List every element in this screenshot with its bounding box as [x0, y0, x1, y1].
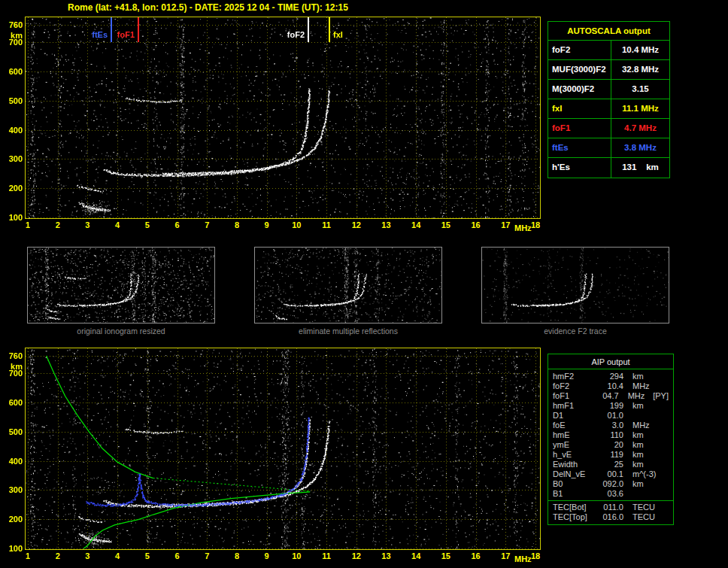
aip-param-label: hmF2: [553, 372, 596, 381]
x-tick-5: 5: [139, 551, 156, 560]
autoscala-table-header: AUTOSCALA output: [548, 22, 669, 41]
thumbnail-caption-eliminate: eliminate multiple reflections: [254, 327, 442, 336]
aip-param-value: 199: [596, 401, 623, 411]
y-tick-200: 200: [2, 184, 23, 193]
x-tick-10: 10: [288, 551, 305, 560]
autoscala-param-value: 11.1 MHz: [611, 99, 669, 118]
aip-param-label: hmE: [553, 430, 596, 440]
x-tick-11: 11: [318, 551, 335, 560]
aip-row-foe: foE3.0MHz: [548, 421, 673, 430]
aip-param-label: h_vE: [553, 450, 596, 460]
x-tick-9: 9: [259, 220, 275, 229]
x-tick-2: 2: [50, 551, 66, 560]
x-tick-14: 14: [408, 551, 424, 560]
aip-row-fof2: foF210.4MHz: [548, 381, 673, 391]
thumbnail-original-canvas: [28, 248, 214, 323]
x-tick-3: 3: [79, 551, 96, 560]
aip-param-unit: km: [623, 479, 660, 489]
aip-param-label: foE: [553, 421, 596, 430]
aip-row-hme: hmE110km: [548, 430, 673, 440]
aip-param-note: [PY]: [653, 391, 669, 401]
autoscala-row-m3000f2: M(3000)F23.15: [548, 80, 669, 99]
x-tick-5: 5: [139, 220, 156, 229]
aip-param-unit: [623, 411, 660, 421]
aip-param-unit: km: [623, 460, 660, 469]
aip-param-value: 294: [596, 372, 623, 381]
autoscala-param-label: M(3000)F2: [548, 80, 611, 99]
y-tick-400: 400: [2, 457, 23, 466]
x-tick-4: 4: [109, 220, 126, 229]
thumbnail-original-ionogram: [27, 247, 215, 323]
x-tick-14: 14: [408, 220, 424, 229]
aip-output-table: AIP output hmF2294kmfoF210.4MHzfoF104.7M…: [548, 354, 674, 525]
x-axis-unit-label: MHz: [514, 554, 532, 563]
y-tick-600: 600: [2, 398, 23, 407]
aip-row-b0: B0092.0km: [548, 479, 673, 489]
aip-row-tectop: TEC[Top]016.0TECU: [548, 512, 673, 522]
aip-param-unit: km: [623, 430, 660, 440]
y-axis-unit-label: km: [2, 31, 23, 40]
aip-param-label: foF1: [553, 391, 593, 401]
aip-row-b1: B103.6: [548, 489, 673, 499]
x-tick-8: 8: [229, 551, 245, 560]
y-tick-200: 200: [2, 515, 23, 524]
tec-separator-line: [548, 500, 673, 501]
autoscala-row-fxi: fxI11.1 MHz: [548, 99, 669, 119]
autoscala-row-fof1: foF14.7 MHz: [548, 119, 669, 138]
autoscala-row-muf3000f2: MUF(3000)F232.8 MHz: [548, 60, 669, 80]
aip-param-value: 10.4: [596, 381, 623, 391]
y-tick-760: 760: [2, 351, 23, 360]
autoscala-param-value: 3.8 MHz: [611, 138, 669, 157]
aip-param-value: 20: [596, 440, 623, 450]
x-tick-6: 6: [169, 220, 186, 229]
aip-param-value: 011.0: [596, 503, 623, 512]
aip-param-label: hmF1: [553, 401, 596, 411]
autoscala-param-value: 3.15: [611, 80, 669, 99]
x-tick-16: 16: [468, 220, 484, 229]
aip-param-label: B1: [553, 489, 596, 499]
aip-param-unit: km: [623, 401, 660, 411]
aip-row-hmf1: hmF1199km: [548, 401, 673, 411]
thumbnail-eliminate-reflections: [254, 247, 442, 323]
x-tick-12: 12: [348, 220, 365, 229]
x-tick-4: 4: [109, 551, 126, 560]
y-tick-760: 760: [2, 20, 23, 29]
autoscala-app-window: Rome (lat: +41.8, lon: 012.5) - DATE: 20…: [0, 0, 728, 568]
autoscala-param-label: foF2: [548, 41, 611, 59]
tec-table-rows: TEC[Bot]011.0TECUTEC[Top]016.0TECU: [548, 503, 673, 522]
autoscala-row-fof2: foF210.4 MHz: [548, 41, 669, 60]
x-tick-7: 7: [199, 551, 215, 560]
aip-param-unit: m^(-3): [623, 469, 660, 479]
y-tick-500: 500: [2, 96, 23, 105]
aip-param-unit: MHz: [623, 421, 660, 430]
autoscala-output-table: AUTOSCALA output foF210.4 MHzMUF(3000)F2…: [548, 21, 670, 178]
aip-row-ewidth: Ewidth25km: [548, 460, 673, 469]
autoscala-param-value: 32.8 MHz: [611, 60, 669, 79]
aip-param-value: 3.0: [596, 421, 623, 430]
autoscala-param-label: ftEs: [548, 138, 611, 157]
aip-row-yme: ymE20km: [548, 440, 673, 450]
autoscala-param-label: fxI: [548, 99, 611, 118]
aip-table-header: AIP output: [548, 354, 673, 369]
aip-param-value: 092.0: [596, 479, 623, 489]
y-tick-300: 300: [2, 154, 23, 163]
aip-row-d1: D101.0: [548, 411, 673, 421]
aip-param-value: 110: [596, 430, 623, 440]
aip-param-unit: TECU: [623, 503, 660, 512]
x-tick-17: 17: [497, 551, 514, 560]
aip-row-hve: h_vE119km: [548, 450, 673, 460]
x-tick-13: 13: [378, 220, 394, 229]
aip-param-unit: MHz: [623, 381, 660, 391]
aip-param-label: foF2: [553, 381, 596, 391]
x-tick-16: 16: [468, 551, 484, 560]
aip-param-unit: km: [623, 372, 660, 381]
y-tick-400: 400: [2, 126, 23, 135]
scaled-ionogram-plot: [25, 17, 541, 219]
x-tick-9: 9: [259, 551, 275, 560]
aip-param-value: 00.1: [596, 469, 623, 479]
aip-param-label: D1: [553, 411, 596, 421]
x-axis-unit-label: MHz: [514, 223, 532, 232]
aip-param-label: TEC[Top]: [553, 512, 596, 522]
autoscala-param-value: 10.4 MHz: [611, 41, 669, 59]
thumbnail-eliminate-canvas: [255, 248, 441, 323]
